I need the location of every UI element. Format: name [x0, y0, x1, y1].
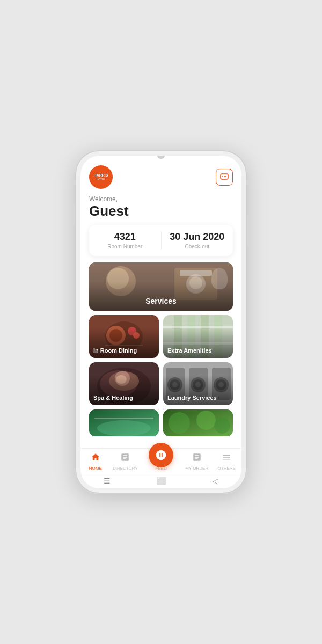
amenities-label: Extra Amenities	[167, 347, 212, 354]
nav-my-order[interactable]: MY ORDER	[182, 452, 212, 471]
services-banner[interactable]: Services	[89, 262, 233, 311]
in-room-dining-card[interactable]: In Room Dining	[89, 315, 159, 358]
services-overlay: Services	[89, 262, 233, 311]
room-number-item: 4321 Room Number	[89, 231, 162, 250]
pool-card[interactable]	[89, 409, 159, 436]
nav-others-label: OTHERS	[218, 466, 236, 471]
nav-directory-label: DIRECTORY	[113, 466, 138, 471]
nav-order-label: MY ORDER	[185, 466, 208, 471]
guest-name: Guest	[89, 203, 233, 219]
android-back-btn[interactable]: ◁	[213, 477, 218, 485]
android-home-btn[interactable]: ⬜	[157, 477, 166, 485]
garden-card[interactable]	[163, 409, 233, 436]
checkout-label: Check-out	[162, 244, 233, 250]
android-nav-bar: ☰ ⬜ ◁	[80, 473, 241, 488]
harris-logo: HARRIS HOTEL	[89, 165, 113, 189]
svg-rect-47	[94, 418, 153, 419]
svg-point-2	[224, 176, 225, 177]
spa-healing-card[interactable]: Spa & Healing	[89, 362, 159, 405]
svg-point-52	[214, 418, 230, 434]
services-label: Services	[145, 297, 177, 305]
room-info-card: 4321 Room Number 30 Jun 2020 Check-out	[89, 225, 233, 256]
svg-point-3	[225, 176, 226, 177]
laundry-services-card[interactable]: Laundry Services	[163, 362, 233, 405]
others-icon	[222, 452, 231, 465]
app-header: HARRIS HOTEL	[80, 160, 241, 192]
services-grid: In Room Dining	[89, 315, 233, 405]
checkout-item: 30 Jun 2020 Check-out	[162, 231, 233, 250]
welcome-section: Welcome, Guest	[80, 192, 241, 225]
welcome-greeting: Welcome,	[89, 195, 233, 203]
android-menu-btn[interactable]: ☰	[104, 477, 111, 485]
phone-frame: HARRIS HOTEL Welcome, Guest	[75, 150, 247, 494]
nav-home-label: HOME	[89, 466, 102, 471]
svg-point-46	[97, 420, 151, 436]
nav-directory[interactable]: DIRECTORY	[111, 452, 141, 471]
bottom-nav: HOME DIRECTORY FEED	[80, 448, 241, 473]
feed-fab-button[interactable]	[149, 443, 173, 467]
spa-label: Spa & Healing	[93, 394, 133, 401]
nav-home[interactable]: HOME	[80, 452, 111, 471]
svg-point-1	[222, 176, 223, 177]
checkout-value: 30 Jun 2020	[162, 231, 233, 243]
phone-screen: HARRIS HOTEL Welcome, Guest	[80, 156, 241, 488]
directory-icon	[120, 452, 130, 465]
room-number-label: Room Number	[89, 244, 161, 250]
room-number-value: 4321	[89, 231, 161, 243]
dining-label: In Room Dining	[93, 347, 137, 354]
svg-point-51	[196, 411, 216, 430]
home-icon	[91, 452, 100, 465]
order-icon	[192, 452, 202, 465]
bottom-services-grid	[89, 409, 233, 436]
extra-amenities-card[interactable]: Extra Amenities	[163, 315, 233, 358]
nav-others[interactable]: OTHERS	[211, 452, 241, 471]
laundry-label: Laundry Services	[167, 394, 217, 401]
app-content: HARRIS HOTEL Welcome, Guest	[80, 156, 241, 488]
svg-point-50	[169, 412, 190, 434]
services-container: Services	[80, 262, 241, 448]
nav-feed[interactable]: FEED	[140, 452, 182, 471]
chat-button[interactable]	[216, 169, 233, 186]
